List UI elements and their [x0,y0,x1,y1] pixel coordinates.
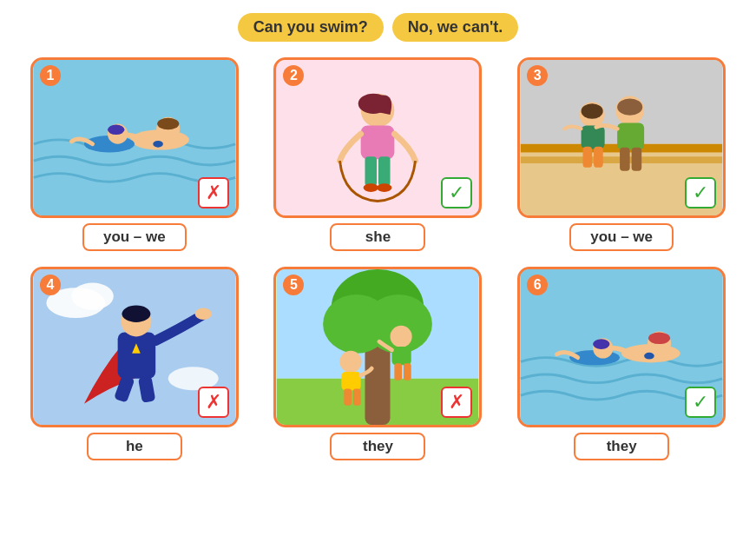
card-number-1: 1 [40,65,61,86]
card-wrapper-1: 1 ✗ [23,57,247,251]
answer-text: No, we can't. [408,18,503,36]
svg-rect-49 [345,388,352,405]
svg-rect-50 [353,388,361,405]
card-2: 2 ✓ [273,57,482,218]
svg-rect-13 [378,156,391,186]
card-wrapper-6: 6 ✓ they [509,267,734,460]
svg-point-32 [71,282,113,309]
svg-point-3 [153,141,163,148]
badge-cross-1: ✗ [198,177,229,208]
svg-rect-12 [365,156,378,186]
answer-bubble: No, we can't. [392,13,518,42]
label-5: they [330,433,425,460]
svg-point-7 [108,125,124,136]
svg-point-58 [644,353,654,360]
header: Can you swim? No, we can't. [238,13,518,42]
card-number-6: 6 [527,275,548,295]
svg-rect-54 [404,363,411,380]
question-bubble: Can you swim? [238,13,384,42]
label-3: you – we [569,223,674,251]
svg-rect-11 [361,125,395,159]
question-text: Can you swim? [253,18,368,36]
card-number-3: 3 [527,65,548,86]
badge-check-3: ✓ [685,177,716,208]
badge-check-6: ✓ [685,387,716,418]
svg-point-10 [358,94,389,114]
svg-rect-52 [392,347,411,365]
card-4: 4 [30,267,239,427]
svg-point-62 [593,339,609,349]
badge-cross-5: ✗ [441,387,472,418]
svg-rect-24 [632,148,642,171]
svg-rect-34 [117,333,155,379]
label-2: she [330,223,425,251]
card-5: 5 [273,267,482,427]
svg-point-59 [648,333,670,345]
svg-point-4 [157,118,179,130]
svg-point-38 [194,308,211,321]
svg-point-14 [364,183,378,192]
badge-cross-4: ✗ [198,387,229,418]
card-wrapper-3: 3 [509,57,734,251]
svg-point-15 [378,183,392,192]
svg-rect-48 [342,372,361,390]
label-1: you – we [82,223,187,251]
card-3: 3 [517,57,726,218]
svg-rect-29 [594,147,603,168]
activity-grid: 1 ✗ [23,57,734,460]
card-wrapper-4: 4 [23,267,247,460]
card-6: 6 ✓ [517,267,726,427]
badge-check-2: ✓ [441,177,472,208]
svg-point-21 [617,99,642,116]
svg-point-26 [582,103,603,118]
svg-point-47 [340,351,362,373]
svg-rect-28 [583,147,593,168]
svg-rect-22 [617,123,644,150]
svg-rect-53 [395,363,403,380]
card-wrapper-2: 2 ✓ [266,57,490,251]
label-4: he [87,433,182,460]
label-6: they [574,433,669,460]
svg-rect-23 [620,148,630,171]
svg-point-37 [122,306,150,322]
card-number-4: 4 [40,275,61,295]
svg-point-51 [391,326,412,347]
svg-rect-27 [582,125,605,149]
card-1: 1 ✗ [30,57,239,218]
card-wrapper-5: 5 [266,267,490,460]
